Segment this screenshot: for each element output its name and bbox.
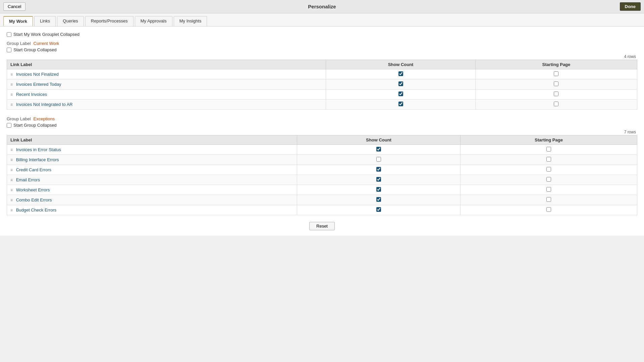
top-bar: Cancel Personalize Done [0,0,644,13]
show-count-cell [297,185,461,195]
table-row: ≡ Billing Interface Errors [7,155,637,165]
show-count-checkbox[interactable] [376,147,381,152]
show-count-checkbox[interactable] [376,207,381,212]
show-count-checkbox[interactable] [398,102,403,106]
show-count-cell [297,165,461,175]
start-group-collapsed-checkbox-2[interactable] [7,123,11,128]
link-label-cell: ≡ Invoices Entered Today [7,79,326,89]
group-current-work: Group Label Current Work Start Group Col… [7,41,637,110]
link-label[interactable]: Invoices in Error Status [16,147,61,152]
link-label[interactable]: Billing Interface Errors [16,157,59,162]
table-row: ≡ Credit Card Errors [7,165,637,175]
show-count-checkbox[interactable] [376,167,381,172]
show-count-cell [297,195,461,205]
drag-handle-icon[interactable]: ≡ [10,198,13,202]
th-starting-page-2: Starting Page [460,135,637,145]
grouplet-collapsed-checkbox[interactable] [7,32,11,37]
show-count-checkbox[interactable] [398,81,403,86]
show-count-checkbox[interactable] [398,71,403,76]
starting-page-checkbox[interactable] [546,187,551,192]
table-header-row-2: Link Label Show Count Starting Page [7,135,637,145]
drag-handle-icon[interactable]: ≡ [10,82,13,87]
drag-handle-icon[interactable]: ≡ [10,92,13,97]
drag-handle-icon[interactable]: ≡ [10,147,13,152]
starting-page-checkbox[interactable] [554,92,558,96]
starting-page-checkbox[interactable] [554,71,558,76]
tab-queries[interactable]: Queries [57,16,84,26]
group-label-text-2: Group Label [7,116,31,121]
tab-links[interactable]: Links [34,16,56,26]
drag-handle-icon[interactable]: ≡ [10,72,13,77]
link-label-cell: ≡ Recent Invoices [7,89,326,100]
start-group-collapsed-label-2: Start Group Collapsed [13,123,57,128]
drag-handle-icon[interactable]: ≡ [10,168,13,172]
table-current-work: Link Label Show Count Starting Page ≡ In… [7,60,637,110]
show-count-cell [326,69,476,79]
show-count-cell [297,145,461,155]
starting-page-cell [475,100,637,110]
table-row: ≡ Combo Edit Errors [7,195,637,205]
tab-reports-processes[interactable]: Reports/Processes [85,16,133,26]
start-group-row-1: Start Group Collapsed [7,47,637,52]
th-show-count-2: Show Count [297,135,461,145]
show-count-cell [297,155,461,165]
table-row: ≡ Invoices Not Integrated to AR [7,100,637,110]
drag-handle-icon[interactable]: ≡ [10,188,13,192]
starting-page-checkbox[interactable] [546,177,551,182]
link-label[interactable]: Email Errors [16,177,40,182]
link-label[interactable]: Invoices Entered Today [16,82,61,87]
link-label-cell: ≡ Combo Edit Errors [7,195,297,205]
th-show-count-1: Show Count [326,60,476,69]
starting-page-checkbox[interactable] [546,207,551,212]
group-exceptions: Group Label Exceptions Start Group Colla… [7,116,637,215]
link-label[interactable]: Invoices Not Integrated to AR [16,102,73,107]
starting-page-checkbox[interactable] [546,157,551,162]
link-label[interactable]: Credit Card Errors [16,167,51,172]
starting-page-cell [475,69,637,79]
starting-page-checkbox[interactable] [546,197,551,202]
starting-page-checkbox[interactable] [554,102,558,106]
tab-bar: My Work Links Queries Reports/Processes … [0,13,644,26]
tab-my-insights[interactable]: My Insights [174,16,207,26]
link-label-cell: ≡ Email Errors [7,175,297,185]
starting-page-checkbox[interactable] [546,167,551,172]
cancel-button[interactable]: Cancel [3,2,25,11]
group-label-row-exceptions: Group Label Exceptions [7,116,637,121]
link-label-cell: ≡ Budget Check Errors [7,205,297,215]
show-count-cell [297,175,461,185]
starting-page-cell [460,195,637,205]
page-title: Personalize [308,4,336,9]
show-count-checkbox[interactable] [398,92,403,96]
link-label-cell: ≡ Invoices Not Integrated to AR [7,100,326,110]
starting-page-cell [460,205,637,215]
starting-page-checkbox[interactable] [546,147,551,152]
group-label-value-exceptions: Exceptions [34,116,55,121]
link-label[interactable]: Invoices Not Finalized [16,72,59,77]
group-label-text-1: Group Label [7,41,31,46]
table-row: ≡ Invoices in Error Status [7,145,637,155]
start-group-collapsed-checkbox-1[interactable] [7,48,11,52]
drag-handle-icon[interactable]: ≡ [10,102,13,107]
show-count-checkbox[interactable] [376,187,381,192]
drag-handle-icon[interactable]: ≡ [10,208,13,213]
link-label-cell: ≡ Credit Card Errors [7,165,297,175]
table-row: ≡ Worksheet Errors [7,185,637,195]
reset-button[interactable]: Reset [309,222,335,230]
drag-handle-icon[interactable]: ≡ [10,178,13,182]
table-row: ≡ Recent Invoices [7,89,637,100]
link-label[interactable]: Budget Check Errors [16,207,57,213]
show-count-checkbox[interactable] [376,157,381,162]
link-label[interactable]: Recent Invoices [16,92,47,97]
starting-page-checkbox[interactable] [554,81,558,86]
show-count-cell [326,79,476,89]
link-label[interactable]: Worksheet Errors [16,187,50,192]
done-button[interactable]: Done [620,2,641,11]
starting-page-cell [460,145,637,155]
drag-handle-icon[interactable]: ≡ [10,158,13,162]
tab-my-approvals[interactable]: My Approvals [135,16,172,26]
tab-my-work[interactable]: My Work [3,16,33,26]
show-count-checkbox[interactable] [376,177,381,182]
link-label[interactable]: Combo Edit Errors [16,197,52,202]
table-row: ≡ Budget Check Errors [7,205,637,215]
show-count-checkbox[interactable] [376,197,381,202]
